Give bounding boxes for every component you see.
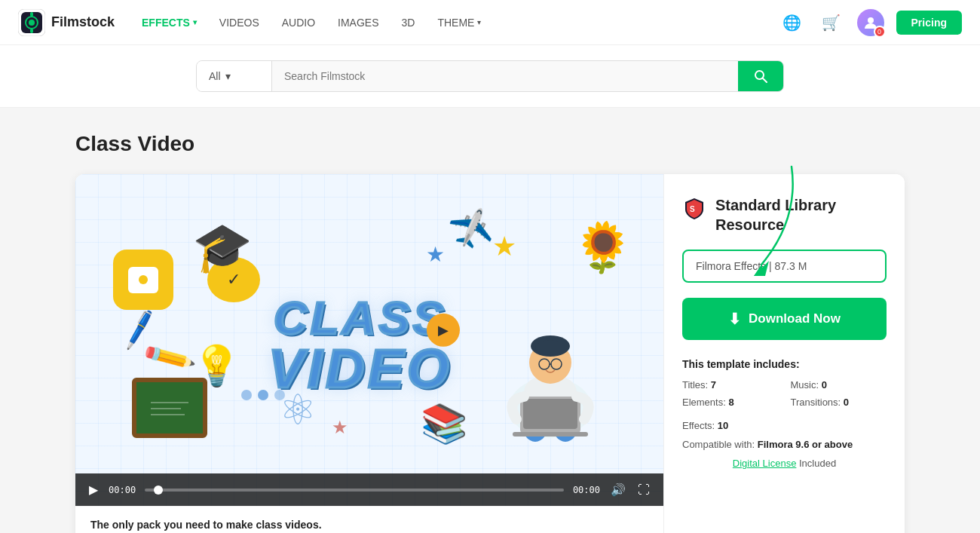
music-item: Music: 0	[791, 379, 887, 391]
svg-point-6	[868, 17, 874, 23]
graduation-cap-deco: 🎓	[192, 219, 253, 276]
search-category-dropdown[interactable]: All ▾	[197, 61, 272, 91]
download-button[interactable]: ⬇ Download Now	[682, 298, 887, 340]
plant-deco: 🌻	[573, 219, 633, 276]
page-title: Class Video	[75, 132, 905, 156]
shield-icon: S	[682, 197, 706, 221]
digital-license-link[interactable]: Digital License	[733, 458, 797, 469]
fullscreen-button[interactable]: ⛶	[636, 482, 651, 498]
time-end: 00:00	[573, 485, 600, 495]
svg-rect-4	[30, 12, 33, 17]
sidebar: S Standard Library Resource Filmora Effe…	[663, 174, 905, 533]
header: Filmstock EFFECTS ▾ VIDEOS AUDIO IMAGES …	[0, 0, 980, 45]
books-deco: 📚	[421, 402, 467, 446]
svg-rect-5	[30, 29, 33, 33]
progress-bar[interactable]	[145, 489, 564, 492]
volume-button[interactable]: 🔊	[609, 481, 627, 498]
yellow-box-deco	[113, 250, 173, 310]
video-controls: ▶ 00:00 00:00 🔊 ⛶	[75, 473, 663, 506]
svg-point-21	[535, 340, 565, 355]
svg-rect-17	[523, 399, 577, 429]
nav-audio[interactable]: AUDIO	[273, 12, 324, 33]
yellow-star-deco: ★	[492, 231, 516, 262]
video-panel: ✓ ★ ★ 🎓 💡 ✏️ 🖊️ ✈️ 🌻 ▶	[75, 174, 663, 533]
resource-title: Standard Library Resource	[715, 195, 887, 234]
nav-images[interactable]: IMAGES	[329, 12, 387, 33]
nav-effects[interactable]: EFFECTS ▾	[133, 12, 206, 33]
elements-item: Elements: 8	[682, 397, 779, 408]
search-button[interactable]	[738, 61, 783, 91]
circles-deco	[241, 390, 285, 400]
nav-theme[interactable]: THEME ▾	[428, 12, 490, 33]
nav-3d[interactable]: 3D	[393, 12, 424, 33]
svg-text:S: S	[690, 205, 695, 213]
transitions-item: Transitions: 0	[791, 397, 887, 408]
svg-rect-18	[513, 432, 588, 437]
play-button[interactable]: ▶	[87, 481, 100, 498]
avatar-button[interactable]: 0	[857, 9, 884, 36]
main-content: Class Video ✓ ★ ★ 🎓	[0, 108, 980, 533]
logo-icon	[18, 9, 45, 36]
download-icon: ⬇	[728, 310, 741, 328]
file-info-box: Filmora Effects | 87.3 M	[682, 250, 887, 283]
svg-line-8	[763, 78, 767, 82]
time-current: 00:00	[109, 485, 136, 495]
avatar-badge: 0	[874, 26, 886, 38]
template-includes-title: This template includes:	[682, 358, 887, 370]
category-chevron-icon: ▾	[225, 70, 231, 82]
search-section: All ▾	[0, 45, 980, 108]
license-row: Digital License Included	[682, 458, 887, 469]
search-bar: All ▾	[196, 60, 784, 92]
class-video-text: CLASS VIDEO	[268, 295, 452, 396]
nav-videos[interactable]: VIDEOS	[210, 12, 268, 33]
search-icon	[753, 69, 768, 84]
progress-dot	[154, 486, 163, 495]
effects-chevron-icon: ▾	[193, 18, 197, 26]
blue-star-deco: ★	[426, 242, 445, 267]
person-laptop-deco	[482, 280, 618, 446]
pricing-button[interactable]: Pricing	[896, 11, 962, 35]
play-circle-deco: ▶	[427, 314, 460, 347]
star-deco-bottom: ★	[332, 417, 348, 438]
titles-item: Titles: 7	[682, 379, 779, 391]
video-description: The only pack you need to make class vid…	[75, 506, 663, 533]
search-input[interactable]	[272, 61, 738, 91]
content-layout: ✓ ★ ★ 🎓 💡 ✏️ 🖊️ ✈️ 🌻 ▶	[75, 174, 905, 533]
resource-header: S Standard Library Resource	[682, 195, 887, 234]
video-preview[interactable]: ✓ ★ ★ 🎓 💡 ✏️ 🖊️ ✈️ 🌻 ▶	[75, 174, 663, 506]
globe-button[interactable]: 🌐	[779, 9, 806, 36]
theme-chevron-icon: ▾	[477, 18, 481, 26]
template-grid: Titles: 7 Music: 0 Elements: 8 Transitio…	[682, 379, 887, 408]
header-right: 🌐 🛒 0 Pricing	[779, 9, 962, 36]
effects-row: Effects: 10	[682, 420, 887, 431]
logo-text: Filmstock	[51, 14, 115, 30]
svg-point-3	[29, 20, 35, 26]
logo-area[interactable]: Filmstock	[18, 9, 115, 36]
blackboard-deco	[132, 378, 207, 438]
compatible-row: Compatible with: Filmora 9.6 or above	[682, 439, 887, 450]
cart-button[interactable]: 🛒	[818, 9, 845, 36]
main-nav: EFFECTS ▾ VIDEOS AUDIO IMAGES 3D THEME ▾	[133, 12, 779, 33]
